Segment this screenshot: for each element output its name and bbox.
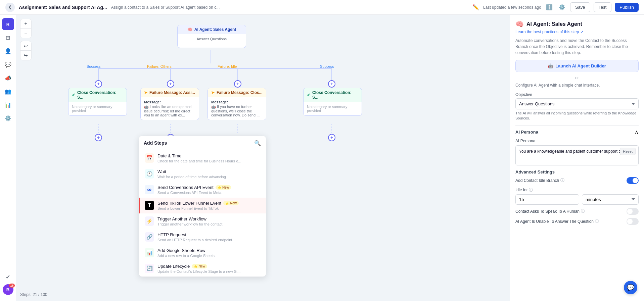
- contact-asks-human-row: Contact Asks To Speak To A Human ⓘ: [515, 208, 639, 215]
- idle-for-info[interactable]: ⓘ: [529, 188, 533, 192]
- step-http-text: HTTP Request Send an HTTP Request to a d…: [157, 232, 233, 242]
- rp-description: Automate conversations and move the Cont…: [515, 38, 639, 56]
- close-conv1-body: No category or summary provided: [68, 102, 127, 115]
- idle-unit-select[interactable]: minutes hours: [582, 194, 639, 205]
- ai-persona-accordion[interactable]: AI Persona ∧: [515, 125, 639, 139]
- add-step-success2[interactable]: +: [328, 80, 335, 88]
- contact-asks-human-info[interactable]: ⓘ: [581, 208, 585, 214]
- tiktok-new-badge: New: [223, 201, 239, 205]
- step-tiktok-desc: Send a Lower Funnel Event to TikTok: [157, 206, 239, 210]
- step-http-desc: Send an HTTP Request to a desired endpoi…: [157, 238, 233, 242]
- contact-asks-human-toggle[interactable]: [627, 208, 639, 215]
- sheets-icon: 📊: [145, 248, 154, 257]
- step-sheets-title: Add Google Sheets Row: [157, 248, 216, 253]
- step-item-datetime[interactable]: 📅 Date & Time Check for the date and tim…: [139, 150, 266, 166]
- objective-label: Objective: [515, 92, 639, 97]
- ai-persona-section-title: AI Persona: [515, 130, 538, 135]
- fail-msg2-label: Message:: [211, 100, 263, 104]
- step-lifecycle-title: Update Lifecycle New: [157, 264, 240, 269]
- sidebar-icon-contact[interactable]: 👤: [2, 45, 14, 57]
- ai-unable-row: AI Agent Is Unable To Answer The Questio…: [515, 218, 639, 225]
- close-conv2-node[interactable]: ✔ Close Conversation: S... No category o…: [303, 88, 362, 116]
- step-item-wait[interactable]: 🕐 Wait Wait for a period of time before …: [139, 166, 266, 182]
- step-wait-desc: Wait for a period of time before advanci…: [157, 175, 226, 179]
- advanced-settings-title: Advanced Settings: [515, 169, 639, 174]
- idle-value-input[interactable]: [515, 194, 579, 205]
- add-steps-header: Add Steps 🔍: [139, 136, 266, 150]
- workflow-title: Assignment: Sales and Support AI Ag...: [19, 5, 107, 10]
- lifecycle-icon: 🔄: [145, 264, 154, 273]
- idle-for-row: minutes hours: [515, 194, 639, 205]
- undo-tool[interactable]: ↩: [20, 41, 31, 51]
- fail-msg1-node[interactable]: ➤ Failure Message: Assi... Message: 🤖 Lo…: [140, 88, 199, 120]
- add-steps-search-icon[interactable]: 🔍: [254, 139, 261, 147]
- ai-persona-box[interactable]: You are a knowledgeable and patient cust…: [515, 145, 639, 165]
- back-button[interactable]: [5, 3, 15, 12]
- user-avatar[interactable]: B 18: [3, 284, 13, 295]
- publish-button[interactable]: Publish: [615, 3, 639, 12]
- chat-bubble-button[interactable]: 💬: [624, 281, 637, 294]
- ai-unable-toggle[interactable]: [627, 218, 639, 225]
- step-item-lifecycle[interactable]: 🔄 Update Lifecycle New Update the Contac…: [139, 261, 266, 277]
- step-datetime-text: Date & Time Check for the date and time …: [157, 153, 241, 163]
- sidebar-icon-settings[interactable]: ⚙️: [2, 112, 14, 124]
- zoom-in-button[interactable]: +: [20, 19, 31, 29]
- step-sheets-text: Add Google Sheets Row Add a new row to a…: [157, 248, 216, 258]
- arrow-icon-2: ➤: [211, 90, 215, 95]
- objective-select[interactable]: Answer Questions: [515, 98, 639, 109]
- fail-msg2-node[interactable]: ➤ Failure Message: Clos... Message: 🤖 If…: [208, 88, 266, 120]
- learn-link[interactable]: Learn the best practices of this step ↗: [515, 30, 639, 34]
- or-text: or: [515, 76, 639, 80]
- reset-button[interactable]: Reset: [620, 148, 636, 155]
- step-item-conversions[interactable]: ∞ Send Conversions API Event New Send a …: [139, 182, 266, 198]
- fail-msg1-label: Message:: [144, 100, 195, 104]
- left-sidebar: R ⊞ 👤 💬 📣 👥 📊 ⚙️ ✔ B 18: [0, 15, 16, 301]
- sidebar-icon-people[interactable]: 👥: [2, 85, 14, 97]
- settings-icon[interactable]: ⚙️: [557, 3, 567, 12]
- fail-msg1-body: Message: 🤖 Looks like an unexpected issu…: [141, 97, 199, 120]
- sidebar-icon-analytics[interactable]: 📊: [2, 99, 14, 111]
- add-steps-panel: Add Steps 🔍 📅 Date & Time Check for the …: [139, 136, 266, 277]
- step-item-sheets[interactable]: 📊 Add Google Sheets Row Add a new row to…: [139, 245, 266, 261]
- check-icon-1: ✔: [72, 93, 75, 97]
- step-workflow-desc: Trigger another workflow for the contact…: [157, 222, 223, 226]
- add-step-failure-others[interactable]: +: [167, 80, 174, 88]
- add-step-below-close2[interactable]: +: [328, 134, 335, 141]
- sidebar-bottom: ✔ B 18: [2, 271, 14, 298]
- save-button[interactable]: Save: [570, 2, 590, 12]
- zoom-controls: + −: [20, 19, 32, 38]
- step-item-tiktok[interactable]: T Send TikTok Lower Funnel Event New Sen…: [139, 198, 266, 213]
- sidebar-icon-check[interactable]: ✔: [2, 271, 14, 283]
- add-step-below-close1[interactable]: +: [95, 134, 102, 141]
- datetime-icon: 📅: [145, 153, 154, 163]
- ai-agent-node-body: Answer Questions: [178, 34, 246, 48]
- info-icon[interactable]: ℹ️: [545, 3, 554, 12]
- sidebar-icon-r[interactable]: R: [2, 18, 14, 30]
- add-contact-idle-info[interactable]: ⓘ: [560, 178, 564, 183]
- fail-msg1-header: ➤ Failure Message: Assi...: [141, 88, 199, 97]
- ai-unable-label: AI Agent Is Unable To Answer The Questio…: [515, 218, 599, 224]
- ai-unable-info[interactable]: ⓘ: [595, 218, 599, 224]
- ai-agent-node[interactable]: 🧠 AI Agent: Sales Agent Answer Questions: [177, 25, 246, 48]
- sidebar-icon-megaphone[interactable]: 📣: [2, 72, 14, 84]
- sidebar-icon-grid[interactable]: ⊞: [2, 32, 14, 44]
- rp-title: AI Agent: Sales Agent: [526, 21, 582, 27]
- launch-ai-builder-button[interactable]: 🤖 Launch AI Agent Builder: [515, 60, 639, 72]
- sidebar-icon-chat[interactable]: 💬: [2, 58, 14, 70]
- zoom-out-button[interactable]: −: [20, 29, 31, 38]
- add-step-success1[interactable]: +: [95, 80, 102, 88]
- step-lifecycle-text: Update Lifecycle New Update the Contact'…: [157, 264, 240, 273]
- step-item-workflow[interactable]: ⚡ Trigger Another Workflow Trigger anoth…: [139, 213, 266, 229]
- test-button[interactable]: Test: [594, 2, 612, 12]
- step-item-http[interactable]: 🔗 HTTP Request Send an HTTP Request to a…: [139, 229, 266, 245]
- step-http-title: HTTP Request: [157, 232, 233, 237]
- add-step-failure-idle[interactable]: +: [234, 80, 241, 88]
- branch-failure-others: Failure: Others: [147, 64, 172, 68]
- redo-tool[interactable]: ↪: [20, 51, 31, 60]
- edit-icon[interactable]: ✏️: [472, 4, 479, 10]
- configure-text: Configure AI Agent with a simple chat in…: [515, 83, 639, 88]
- step-tiktok-title: Send TikTok Lower Funnel Event New: [157, 201, 239, 206]
- close-conv1-node[interactable]: ✔ Close Conversation: S... No category o…: [68, 88, 127, 116]
- step-lifecycle-desc: Update the Contact's Lifecycle Stage to …: [157, 269, 240, 273]
- add-contact-idle-toggle[interactable]: [627, 177, 639, 184]
